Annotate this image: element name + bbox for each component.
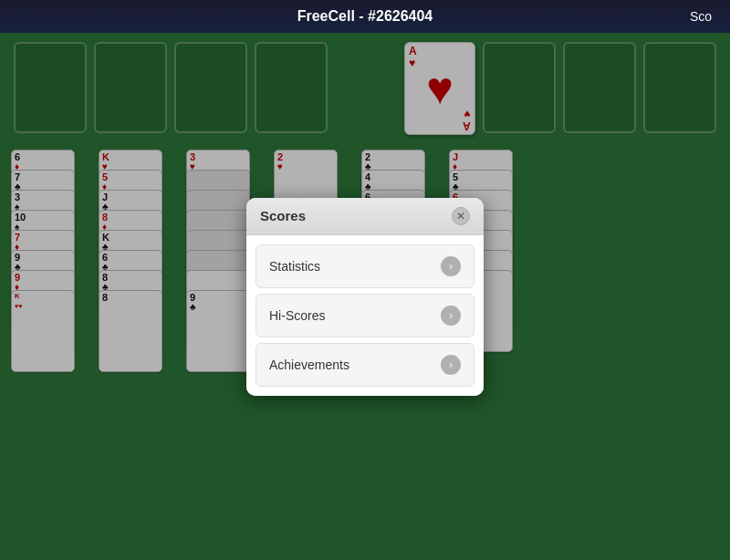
game-title: FreeCell - #2626404 <box>297 8 433 25</box>
modal-header: Scores ✕ <box>246 198 484 235</box>
statistics-menu-item[interactable]: Statistics › <box>256 244 474 288</box>
hi-scores-menu-item[interactable]: Hi-Scores › <box>256 294 474 337</box>
app-container: FreeCell - #2626404 Sco A♥ ♥ A♥ <box>0 0 730 560</box>
hi-scores-label: Hi-Scores <box>269 308 325 323</box>
modal-overlay: Scores ✕ Statistics › Hi-Scores › Achiev… <box>0 33 730 560</box>
modal-close-button[interactable]: ✕ <box>452 207 470 225</box>
achievements-menu-item[interactable]: Achievements › <box>256 343 474 387</box>
achievements-arrow-icon: › <box>441 355 461 375</box>
statistics-arrow-icon: › <box>441 256 461 276</box>
scores-modal: Scores ✕ Statistics › Hi-Scores › Achiev… <box>246 198 484 396</box>
modal-body: Statistics › Hi-Scores › Achievements › <box>246 235 484 396</box>
game-area: A♥ ♥ A♥ 6♦♦♦ 7♣ 3♠ 10♠ 7♦ 9♣ 9♦ K♥♥ K♥ 5 <box>0 33 730 560</box>
hi-scores-arrow-icon: › <box>441 306 461 326</box>
achievements-label: Achievements <box>269 358 349 372</box>
statistics-label: Statistics <box>269 259 320 274</box>
header: FreeCell - #2626404 Sco <box>0 0 730 33</box>
modal-title: Scores <box>260 208 306 223</box>
score-label: Sco <box>690 9 712 24</box>
